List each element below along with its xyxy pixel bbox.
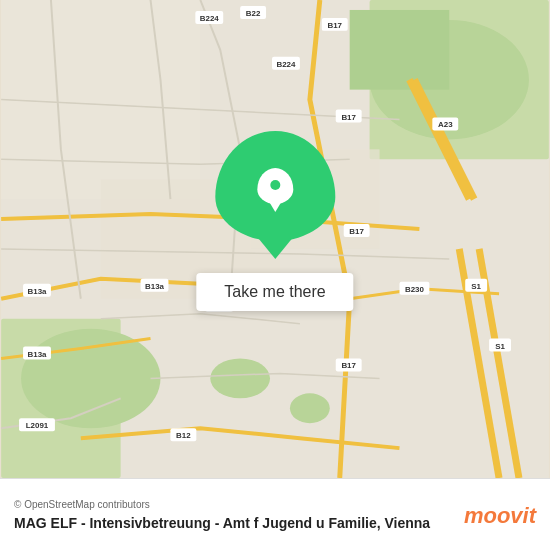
svg-text:B17: B17 <box>327 21 342 30</box>
svg-text:A23: A23 <box>438 120 453 129</box>
svg-rect-8 <box>1 0 200 199</box>
info-bar: © OpenStreetMap contributors MAG ELF - I… <box>0 478 550 550</box>
location-info: © OpenStreetMap contributors MAG ELF - I… <box>14 499 452 532</box>
button-overlay: Take me there <box>196 131 353 311</box>
svg-text:S1: S1 <box>471 282 481 291</box>
svg-text:L2091: L2091 <box>26 421 49 430</box>
svg-text:B12: B12 <box>176 431 191 440</box>
svg-text:B17: B17 <box>341 113 356 122</box>
svg-text:B13a: B13a <box>27 350 47 359</box>
svg-text:B230: B230 <box>405 285 425 294</box>
svg-point-3 <box>21 329 160 429</box>
moovit-logo: moovit <box>464 503 536 529</box>
pin-dot <box>270 180 280 190</box>
map-container[interactable]: B17 B17 B17 B17 B224 B224 B224 B13a B1 <box>0 0 550 478</box>
svg-text:S1: S1 <box>495 342 505 351</box>
svg-point-6 <box>210 359 270 399</box>
app: B17 B17 B17 B17 B224 B224 B224 B13a B1 <box>0 0 550 550</box>
svg-text:B13a: B13a <box>145 282 165 291</box>
svg-rect-5 <box>350 10 450 90</box>
svg-text:B13a: B13a <box>27 287 47 296</box>
svg-text:B224: B224 <box>276 60 296 69</box>
osm-attribution: © OpenStreetMap contributors <box>14 499 452 510</box>
take-me-there-button[interactable]: Take me there <box>196 273 353 311</box>
location-name: MAG ELF - Intensivbetreuung - Amt f Juge… <box>14 514 452 532</box>
svg-text:B224: B224 <box>200 14 220 23</box>
svg-text:B17: B17 <box>341 361 356 370</box>
moovit-brand-text: moovit <box>464 503 536 529</box>
location-pin-icon <box>257 168 293 204</box>
svg-text:B22: B22 <box>246 9 261 18</box>
svg-point-7 <box>290 393 330 423</box>
location-bubble <box>215 131 335 241</box>
